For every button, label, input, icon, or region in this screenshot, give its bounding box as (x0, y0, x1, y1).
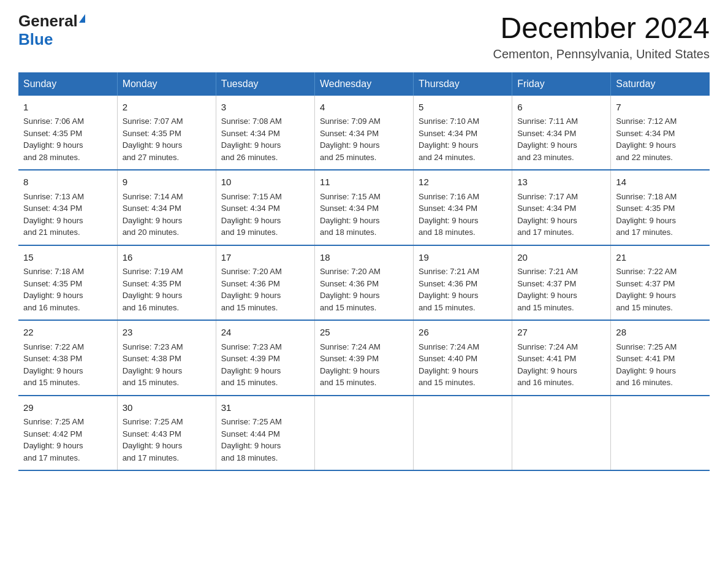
logo: General Blue (18, 12, 85, 49)
day-info: Sunrise: 7:14 AMSunset: 4:34 PMDaylight:… (123, 192, 183, 237)
day-number: 31 (221, 401, 309, 415)
day-info: Sunrise: 7:15 AMSunset: 4:34 PMDaylight:… (320, 192, 381, 237)
calendar-cell: 18Sunrise: 7:20 AMSunset: 4:36 PMDayligh… (314, 245, 413, 321)
weekday-header-sunday: Sunday (18, 72, 117, 96)
calendar-cell (314, 396, 413, 471)
weekday-header-tuesday: Tuesday (216, 72, 314, 96)
day-number: 30 (123, 401, 211, 415)
calendar-cell: 31Sunrise: 7:25 AMSunset: 4:44 PMDayligh… (216, 396, 314, 471)
day-number: 1 (23, 101, 112, 115)
day-number: 2 (123, 101, 211, 115)
day-number: 12 (419, 175, 507, 190)
title-area: December 2024 Cementon, Pennsylvania, Un… (493, 12, 710, 61)
day-number: 17 (221, 251, 309, 265)
day-info: Sunrise: 7:22 AMSunset: 4:37 PMDaylight:… (616, 267, 677, 312)
day-number: 18 (320, 251, 408, 265)
day-number: 28 (616, 326, 705, 340)
day-info: Sunrise: 7:12 AMSunset: 4:34 PMDaylight:… (616, 117, 677, 162)
calendar-cell: 12Sunrise: 7:16 AMSunset: 4:34 PMDayligh… (414, 170, 512, 245)
day-number: 22 (23, 326, 112, 340)
day-number: 29 (23, 401, 112, 415)
day-number: 3 (221, 101, 309, 115)
day-number: 27 (517, 326, 605, 340)
calendar-cell: 17Sunrise: 7:20 AMSunset: 4:36 PMDayligh… (216, 245, 314, 321)
weekday-header-wednesday: Wednesday (314, 72, 413, 96)
day-info: Sunrise: 7:13 AMSunset: 4:34 PMDaylight:… (23, 192, 84, 237)
calendar-cell: 9Sunrise: 7:14 AMSunset: 4:34 PMDaylight… (117, 170, 216, 245)
day-info: Sunrise: 7:21 AMSunset: 4:37 PMDaylight:… (517, 267, 578, 312)
subtitle: Cementon, Pennsylvania, United States (493, 47, 710, 61)
day-number: 7 (616, 101, 705, 115)
day-info: Sunrise: 7:24 AMSunset: 4:39 PMDaylight:… (320, 342, 381, 388)
main-title: December 2024 (493, 12, 710, 45)
calendar-cell: 26Sunrise: 7:24 AMSunset: 4:40 PMDayligh… (414, 320, 512, 396)
weekday-header-monday: Monday (117, 72, 216, 96)
weekday-header-thursday: Thursday (414, 72, 512, 96)
day-info: Sunrise: 7:15 AMSunset: 4:34 PMDaylight:… (221, 192, 282, 237)
calendar-cell: 10Sunrise: 7:15 AMSunset: 4:34 PMDayligh… (216, 170, 314, 245)
calendar-cell: 3Sunrise: 7:08 AMSunset: 4:34 PMDaylight… (216, 96, 314, 170)
calendar-cell: 30Sunrise: 7:25 AMSunset: 4:43 PMDayligh… (117, 396, 216, 471)
calendar-week-row: 1Sunrise: 7:06 AMSunset: 4:35 PMDaylight… (18, 96, 710, 170)
day-info: Sunrise: 7:19 AMSunset: 4:35 PMDaylight:… (123, 267, 183, 312)
calendar-week-row: 8Sunrise: 7:13 AMSunset: 4:34 PMDaylight… (18, 170, 710, 245)
calendar-cell: 6Sunrise: 7:11 AMSunset: 4:34 PMDaylight… (512, 96, 611, 170)
day-info: Sunrise: 7:17 AMSunset: 4:34 PMDaylight:… (517, 192, 578, 237)
header: General Blue December 2024 Cementon, Pen… (18, 12, 710, 61)
calendar-cell: 14Sunrise: 7:18 AMSunset: 4:35 PMDayligh… (611, 170, 710, 245)
day-info: Sunrise: 7:23 AMSunset: 4:39 PMDaylight:… (221, 342, 282, 388)
calendar-cell: 15Sunrise: 7:18 AMSunset: 4:35 PMDayligh… (18, 245, 117, 321)
calendar-cell: 8Sunrise: 7:13 AMSunset: 4:34 PMDaylight… (18, 170, 117, 245)
day-info: Sunrise: 7:18 AMSunset: 4:35 PMDaylight:… (616, 192, 677, 237)
day-info: Sunrise: 7:24 AMSunset: 4:41 PMDaylight:… (517, 342, 578, 388)
day-number: 9 (123, 175, 211, 190)
day-number: 15 (23, 251, 112, 265)
day-number: 20 (517, 251, 605, 265)
day-info: Sunrise: 7:25 AMSunset: 4:41 PMDaylight:… (616, 342, 677, 388)
calendar-cell: 22Sunrise: 7:22 AMSunset: 4:38 PMDayligh… (18, 320, 117, 396)
calendar-cell (512, 396, 611, 471)
logo-triangle-icon (79, 14, 85, 23)
calendar-cell: 19Sunrise: 7:21 AMSunset: 4:36 PMDayligh… (414, 245, 512, 321)
calendar-cell: 11Sunrise: 7:15 AMSunset: 4:34 PMDayligh… (314, 170, 413, 245)
day-number: 10 (221, 175, 309, 190)
calendar-cell: 20Sunrise: 7:21 AMSunset: 4:37 PMDayligh… (512, 245, 611, 321)
day-info: Sunrise: 7:25 AMSunset: 4:44 PMDaylight:… (221, 417, 282, 462)
day-info: Sunrise: 7:07 AMSunset: 4:35 PMDaylight:… (123, 117, 183, 162)
calendar-table: SundayMondayTuesdayWednesdayThursdayFrid… (18, 72, 710, 472)
day-info: Sunrise: 7:20 AMSunset: 4:36 PMDaylight:… (320, 267, 381, 312)
day-number: 19 (419, 251, 507, 265)
day-number: 4 (320, 101, 408, 115)
calendar-cell: 5Sunrise: 7:10 AMSunset: 4:34 PMDaylight… (414, 96, 512, 170)
weekday-header-friday: Friday (512, 72, 611, 96)
day-info: Sunrise: 7:08 AMSunset: 4:34 PMDaylight:… (221, 117, 282, 162)
day-info: Sunrise: 7:20 AMSunset: 4:36 PMDaylight:… (221, 267, 282, 312)
calendar-cell: 27Sunrise: 7:24 AMSunset: 4:41 PMDayligh… (512, 320, 611, 396)
day-info: Sunrise: 7:22 AMSunset: 4:38 PMDaylight:… (23, 342, 84, 388)
calendar-cell: 16Sunrise: 7:19 AMSunset: 4:35 PMDayligh… (117, 245, 216, 321)
calendar-cell: 2Sunrise: 7:07 AMSunset: 4:35 PMDaylight… (117, 96, 216, 170)
logo-blue-text: Blue (18, 30, 53, 49)
calendar-week-row: 29Sunrise: 7:25 AMSunset: 4:42 PMDayligh… (18, 396, 710, 471)
calendar-cell: 24Sunrise: 7:23 AMSunset: 4:39 PMDayligh… (216, 320, 314, 396)
day-info: Sunrise: 7:21 AMSunset: 4:36 PMDaylight:… (419, 267, 479, 312)
day-info: Sunrise: 7:11 AMSunset: 4:34 PMDaylight:… (517, 117, 578, 162)
day-info: Sunrise: 7:10 AMSunset: 4:34 PMDaylight:… (419, 117, 479, 162)
calendar-cell: 13Sunrise: 7:17 AMSunset: 4:34 PMDayligh… (512, 170, 611, 245)
day-number: 5 (419, 101, 507, 115)
day-number: 8 (23, 175, 112, 190)
day-info: Sunrise: 7:25 AMSunset: 4:43 PMDaylight:… (123, 417, 183, 462)
day-info: Sunrise: 7:06 AMSunset: 4:35 PMDaylight:… (23, 117, 84, 162)
logo-general-text: General (18, 12, 78, 30)
calendar-cell: 1Sunrise: 7:06 AMSunset: 4:35 PMDaylight… (18, 96, 117, 170)
calendar-cell: 4Sunrise: 7:09 AMSunset: 4:34 PMDaylight… (314, 96, 413, 170)
day-number: 13 (517, 175, 605, 190)
day-info: Sunrise: 7:23 AMSunset: 4:38 PMDaylight:… (123, 342, 183, 388)
calendar-week-row: 22Sunrise: 7:22 AMSunset: 4:38 PMDayligh… (18, 320, 710, 396)
calendar-cell: 29Sunrise: 7:25 AMSunset: 4:42 PMDayligh… (18, 396, 117, 471)
weekday-header-saturday: Saturday (611, 72, 710, 96)
day-info: Sunrise: 7:25 AMSunset: 4:42 PMDaylight:… (23, 417, 84, 462)
day-number: 16 (123, 251, 211, 265)
calendar-cell: 28Sunrise: 7:25 AMSunset: 4:41 PMDayligh… (611, 320, 710, 396)
weekday-header-row: SundayMondayTuesdayWednesdayThursdayFrid… (18, 72, 710, 96)
